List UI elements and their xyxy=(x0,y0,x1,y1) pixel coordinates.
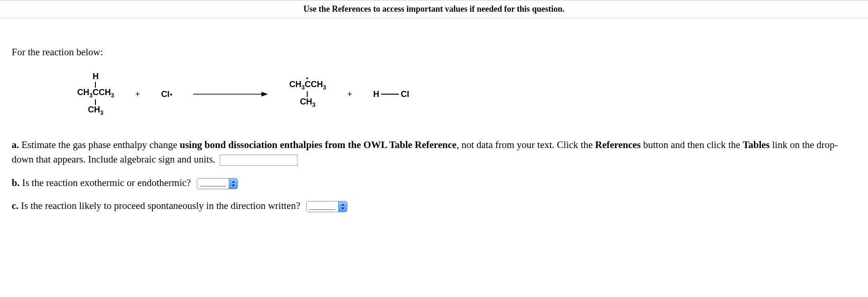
exo-endo-select[interactable] xyxy=(197,178,238,189)
reactant-molecule-1: H CH3CCH3 CH3 xyxy=(77,72,114,117)
part-b-text: Is the reaction exothermic or endothermi… xyxy=(20,177,191,188)
enthalpy-input[interactable] xyxy=(220,155,297,166)
svg-marker-1 xyxy=(261,92,268,97)
reaction-arrow-icon xyxy=(193,90,268,98)
question-part-b: b. Is the reaction exothermic or endothe… xyxy=(12,176,856,191)
exo-endo-field[interactable] xyxy=(200,179,226,186)
reactant1-bottom: CH3 xyxy=(88,105,103,116)
bond-icon xyxy=(307,91,308,97)
part-b-label: b. xyxy=(12,177,20,188)
spontaneous-select[interactable] xyxy=(306,201,347,212)
question-content: For the reaction below: H CH3CCH3 CH3 + … xyxy=(0,18,868,231)
reactant-cl-radical: Cl• xyxy=(161,89,173,99)
product-molecule-1: CH3C•CH3 CH3 xyxy=(289,80,326,109)
svg-marker-5 xyxy=(341,208,345,209)
part-a-bold-2: References xyxy=(595,139,641,150)
bond-icon xyxy=(95,82,96,88)
question-part-a: a. Estimate the gas phase enthalpy chang… xyxy=(12,138,856,167)
product1-bottom: CH3 xyxy=(300,97,315,108)
svg-marker-2 xyxy=(231,181,235,183)
dropdown-button[interactable] xyxy=(338,201,347,212)
hcl-h: H xyxy=(373,89,379,99)
part-a-label: a. xyxy=(12,139,19,150)
intro-text: For the reaction below: xyxy=(12,46,856,58)
reactant1-main: CH3CCH3 xyxy=(77,88,114,99)
svg-marker-3 xyxy=(231,185,235,186)
hcl-cl: Cl xyxy=(401,89,409,99)
question-part-c: c. Is the reaction likely to proceed spo… xyxy=(12,199,856,214)
spontaneous-field[interactable] xyxy=(310,203,335,210)
plus-sign: + xyxy=(135,89,140,99)
bond-icon xyxy=(95,99,96,105)
plus-sign: + xyxy=(347,89,352,99)
part-a-text-3: button and then click the xyxy=(641,139,743,150)
part-a-text-2: , not data from your text. Click the xyxy=(456,139,595,150)
dropdown-button[interactable] xyxy=(229,178,238,189)
bond-icon xyxy=(381,94,399,95)
part-a-text-1: Estimate the gas phase enthalpy change xyxy=(19,139,180,150)
reactant1-h: H xyxy=(93,72,99,82)
product1-main: CH3C•CH3 xyxy=(289,80,326,91)
chevron-updown-icon xyxy=(340,204,345,209)
reaction-equation: H CH3CCH3 CH3 + Cl• CH3C•CH3 CH3 + H xyxy=(77,72,856,117)
instruction-bar: Use the References to access important v… xyxy=(0,0,868,18)
part-c-label: c. xyxy=(12,200,19,211)
product-hcl: H Cl xyxy=(373,89,409,99)
part-a-bold-1: using bond dissociation enthalpies from … xyxy=(180,139,456,150)
svg-marker-4 xyxy=(341,204,345,206)
part-c-text: Is the reaction likely to proceed sponta… xyxy=(19,200,300,211)
chevron-updown-icon xyxy=(231,181,236,186)
part-a-bold-3: Tables xyxy=(743,139,770,150)
